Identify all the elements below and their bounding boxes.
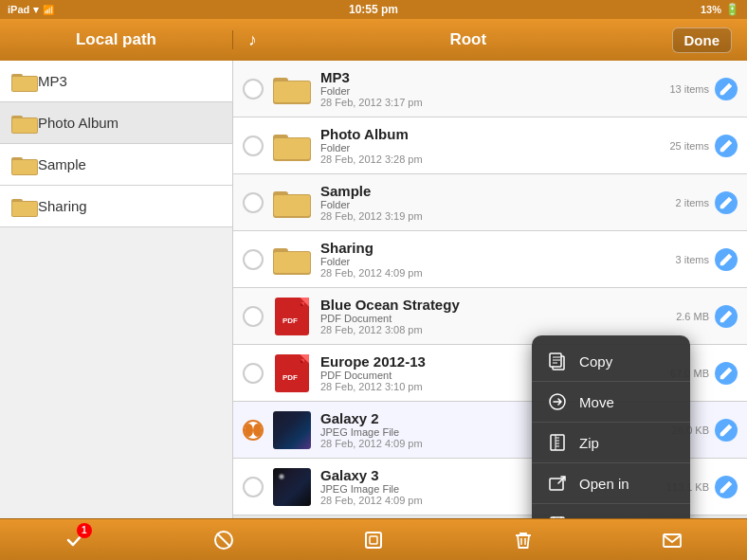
svg-rect-23 — [274, 252, 310, 273]
context-menu-item-copy[interactable]: Copy — [532, 341, 690, 382]
context-menu: Copy Move Zip — [532, 335, 690, 518]
thumb-photo-album — [273, 127, 311, 165]
file-info-mp3: MP3 Folder 28 Feb, 2012 3:17 pm — [320, 69, 657, 108]
file-info-blue-ocean: Blue Ocean Strategy PDF Document 28 Feb,… — [320, 297, 657, 335]
open-in-label: Open in — [579, 476, 629, 492]
edit-btn-sharing[interactable] — [715, 248, 738, 271]
move-icon — [547, 391, 568, 412]
folder-icon-mp3 — [11, 71, 38, 92]
folder-icon-sample — [11, 154, 38, 175]
status-bar: iPad ▾ 📶 10:55 pm 13% 🔋 — [0, 0, 747, 19]
svg-rect-20 — [274, 195, 310, 216]
thumb-europe: PDF — [273, 354, 311, 392]
svg-rect-5 — [12, 118, 37, 133]
root-title: Root — [264, 30, 672, 49]
file-size-mp3: 13 items — [657, 83, 709, 95]
done-button[interactable]: Done — [672, 27, 733, 53]
no-entry-button[interactable] — [203, 519, 245, 561]
thumb-sample — [273, 184, 311, 222]
svg-rect-14 — [274, 81, 310, 102]
status-left: iPad ▾ 📶 — [8, 4, 54, 16]
edit-btn-galaxy3[interactable] — [715, 476, 738, 498]
svg-rect-45 — [664, 534, 681, 547]
local-path-title: Local path — [76, 30, 156, 49]
mail-button[interactable] — [651, 519, 693, 561]
file-size-sharing: 3 items — [657, 254, 709, 265]
edit-btn-mp3[interactable] — [715, 78, 738, 100]
file-row-sample[interactable]: Sample Folder 28 Feb, 2012 3:19 pm 2 ite… — [233, 174, 747, 231]
file-size-blue-ocean: 2.6 MB — [657, 311, 709, 322]
file-type-photo-album: Folder — [320, 142, 657, 154]
header-right: ♪ Root Done — [233, 27, 747, 53]
svg-line-39 — [217, 533, 230, 547]
sidebar-label-sample: Sample — [38, 156, 86, 172]
context-menu-item-open-in[interactable]: Open in — [532, 463, 690, 504]
radio-galaxy2[interactable] — [243, 420, 264, 441]
trash-button[interactable] — [502, 519, 544, 561]
file-date-sharing: 28 Feb, 2012 4:09 pm — [320, 267, 657, 279]
svg-rect-40 — [366, 533, 381, 548]
square-button[interactable] — [353, 519, 394, 561]
svg-rect-8 — [12, 160, 37, 174]
file-size-photo-album: 25 items — [657, 140, 709, 152]
open-in-icon — [547, 473, 568, 494]
thumb-galaxy3 — [273, 468, 311, 506]
file-row-photo-album[interactable]: Photo Album Folder 28 Feb, 2012 3:28 pm … — [233, 117, 747, 174]
music-icon: ♪ — [248, 30, 257, 50]
file-name-photo-album: Photo Album — [320, 126, 657, 142]
sidebar: MP3 Photo Album Sample Sharin — [0, 61, 233, 518]
context-menu-item-zip[interactable]: Zip — [532, 423, 690, 463]
header-left-title: Local path — [0, 30, 233, 49]
svg-rect-37 — [551, 517, 564, 518]
radio-mp3[interactable] — [243, 79, 264, 99]
edit-btn-blue-ocean[interactable] — [715, 305, 738, 328]
edit-btn-europe[interactable] — [715, 362, 738, 385]
file-row-mp3[interactable]: MP3 Folder 28 Feb, 2012 3:17 pm 13 items — [233, 61, 747, 117]
context-menu-item-save-to-library[interactable]: Save to Library — [532, 504, 690, 518]
sidebar-label-sharing: Sharing — [38, 198, 87, 214]
file-info-sharing: Sharing Folder 28 Feb, 2012 4:09 pm — [320, 240, 657, 279]
carrier-label: iPad — [8, 4, 29, 15]
sidebar-item-sharing[interactable]: Sharing — [0, 186, 232, 227]
radio-blue-ocean[interactable] — [243, 306, 264, 327]
file-list: MP3 Folder 28 Feb, 2012 3:17 pm 13 items… — [233, 61, 747, 518]
file-info-sample: Sample Folder 28 Feb, 2012 3:19 pm — [320, 183, 657, 222]
file-name-sample: Sample — [320, 183, 657, 199]
copy-icon — [547, 351, 568, 371]
file-type-sharing: Folder — [320, 256, 657, 267]
battery-icon: 🔋 — [725, 3, 739, 16]
save-icon — [547, 514, 568, 518]
file-name-mp3: MP3 — [320, 69, 657, 85]
file-name-sharing: Sharing — [320, 240, 657, 256]
thumb-mp3 — [273, 70, 311, 108]
check-button[interactable]: 1 — [54, 519, 96, 561]
radio-galaxy3[interactable] — [243, 477, 264, 497]
file-date-sample: 28 Feb, 2012 3:19 pm — [320, 210, 657, 222]
radio-sample[interactable] — [243, 192, 264, 213]
file-date-blue-ocean: 28 Feb, 2012 3:08 pm — [320, 324, 657, 335]
wifi-signal: 📶 — [43, 5, 54, 15]
svg-rect-17 — [274, 138, 310, 159]
edit-btn-sample[interactable] — [715, 191, 738, 214]
context-menu-item-move[interactable]: Move — [532, 382, 690, 423]
sidebar-item-mp3[interactable]: MP3 — [0, 61, 232, 102]
edit-btn-photo-album[interactable] — [715, 135, 738, 157]
file-type-blue-ocean: PDF Document — [320, 313, 657, 324]
file-date-mp3: 28 Feb, 2012 3:17 pm — [320, 97, 657, 108]
save-to-library-label: Save to Library — [579, 516, 675, 519]
move-label: Move — [579, 394, 614, 410]
thumb-sharing — [273, 241, 311, 279]
wifi-icon: ▾ — [33, 4, 39, 16]
file-name-blue-ocean: Blue Ocean Strategy — [320, 297, 657, 313]
radio-europe[interactable] — [243, 363, 264, 384]
sidebar-item-sample[interactable]: Sample — [0, 144, 232, 186]
svg-rect-11 — [12, 202, 37, 216]
file-row-sharing[interactable]: Sharing Folder 28 Feb, 2012 4:09 pm 3 it… — [233, 231, 747, 288]
folder-icon-photo-album — [11, 113, 38, 134]
radio-photo-album[interactable] — [243, 135, 264, 156]
sidebar-label-photo-album: Photo Album — [38, 115, 118, 131]
sidebar-item-photo-album[interactable]: Photo Album — [0, 102, 232, 144]
edit-btn-galaxy2[interactable] — [715, 419, 738, 442]
thumb-blue-ocean: PDF — [273, 298, 311, 335]
radio-sharing[interactable] — [243, 249, 264, 270]
